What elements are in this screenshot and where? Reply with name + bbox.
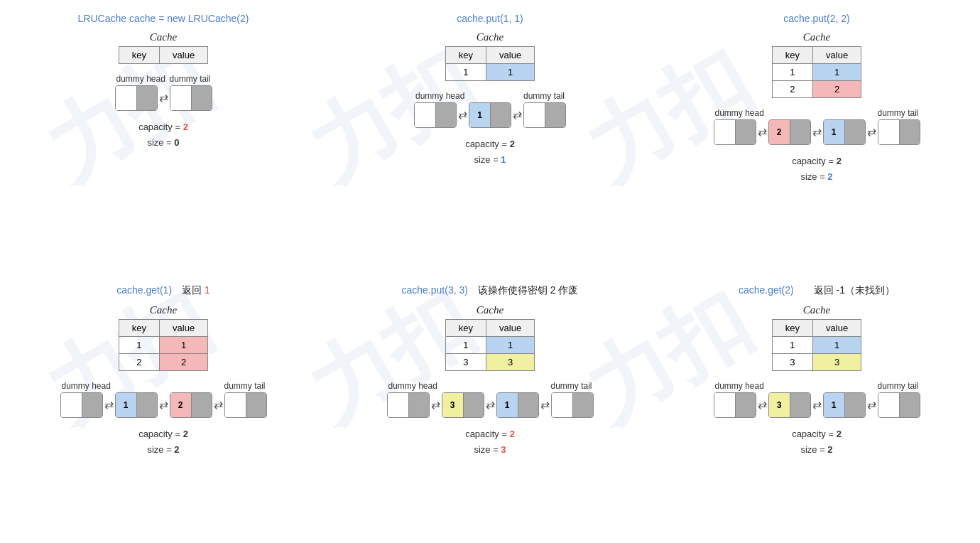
cell-5: cache.put(3, 3) 该操作使得密钥 2 作废Cachekeyvalu…: [327, 272, 653, 543]
stat-value: 2: [510, 429, 515, 439]
table-cell-value: 1: [813, 64, 861, 81]
cell-2: cache.put(1, 1)Cachekeyvalue11dummy head…: [327, 0, 653, 272]
table-header: key: [445, 320, 486, 337]
table-cell-value: 2: [813, 81, 861, 98]
dummy-node: [60, 392, 103, 418]
dummy-tail-label: dummy tail: [224, 381, 265, 391]
dummy-tail-label: dummy tail: [550, 381, 592, 391]
stat-value: 0: [174, 137, 179, 148]
arrow-icon: ⇄: [758, 127, 767, 138]
cache-table-2: keyvalue11: [445, 46, 535, 81]
cache-label-6: Cache: [803, 304, 830, 316]
cache-section-1: Cachekeyvalue: [119, 31, 208, 64]
cell-title-1: LRUCache cache = new LRUCache(2): [78, 13, 249, 24]
stat-value: 2: [183, 122, 188, 132]
cell-title-3: cache.put(2, 2): [783, 13, 849, 24]
list-nodes-6: ⇄3⇄1⇄: [714, 392, 920, 418]
cell-title-5: cache.put(3, 3) 该操作使得密钥 2 作废: [402, 284, 579, 297]
table-header: value: [813, 47, 861, 64]
cache-table-4: keyvalue1122: [119, 319, 208, 371]
cell-4: cache.get(1) 返回 1Cachekeyvalue1122dummy …: [0, 272, 327, 543]
dummy-node: [714, 119, 756, 145]
table-cell-key: 2: [119, 354, 159, 371]
table-cell-value: 1: [486, 64, 535, 81]
stats-2: capacity = 2size = 1: [465, 136, 515, 168]
table-cell-key: 3: [772, 354, 812, 371]
stat-value: 2: [837, 156, 842, 166]
table-header: value: [160, 320, 208, 337]
dummy-node: [878, 392, 920, 418]
cache-section-6: Cachekeyvalue1133: [772, 304, 861, 371]
cell-title-4: cache.get(1) 返回 1: [116, 284, 210, 297]
arrow-icon: ⇄: [458, 109, 467, 121]
dummy-node: [551, 392, 594, 418]
table-header: key: [119, 47, 159, 64]
arrow-icon: ⇄: [214, 399, 223, 411]
list-nodes-2: ⇄1⇄: [414, 102, 566, 128]
cell-1: LRUCache cache = new LRUCache(2)Cachekey…: [0, 0, 327, 272]
list-section-1: dummy headdummy tail⇄: [115, 74, 212, 111]
stat-value: 2: [174, 444, 179, 455]
list-section-3: dummy headdummy tail⇄2⇄1⇄: [714, 108, 920, 145]
table-cell-key: 1: [445, 64, 486, 81]
arrow-icon: ⇄: [486, 399, 495, 411]
table-cell-key: 1: [445, 337, 486, 354]
stat-value: 2: [827, 444, 832, 455]
stats-5: capacity = 2size = 3: [465, 426, 515, 458]
arrow-icon: ⇄: [812, 399, 822, 411]
value-node: 3: [442, 392, 484, 418]
table-header: key: [772, 47, 812, 64]
list-nodes-3: ⇄2⇄1⇄: [714, 119, 920, 145]
list-nodes-4: ⇄1⇄2⇄: [60, 392, 267, 418]
table-header: key: [119, 320, 159, 337]
arrow-icon: ⇄: [867, 127, 876, 138]
stat-value: 3: [501, 444, 506, 455]
dummy-tail-label: dummy tail: [523, 91, 565, 101]
dummy-node: [878, 119, 920, 145]
dummy-node: [523, 102, 566, 128]
dummy-head-label: dummy head: [715, 381, 764, 391]
table-cell-value: 3: [486, 354, 535, 371]
arrow-icon: ⇄: [758, 399, 767, 411]
table-header: key: [445, 47, 486, 64]
cache-section-5: Cachekeyvalue1133: [445, 304, 535, 371]
arrow-icon: ⇄: [812, 127, 822, 138]
table-header: value: [486, 320, 535, 337]
cell-3: cache.put(2, 2)Cachekeyvalue1122dummy he…: [653, 0, 980, 272]
value-node: 1: [823, 392, 866, 418]
table-cell-value: 1: [813, 337, 861, 354]
value-node: 3: [768, 392, 811, 418]
dummy-node: [387, 392, 430, 418]
dummy-node: [115, 85, 158, 111]
main-grid: LRUCache cache = new LRUCache(2)Cachekey…: [0, 0, 980, 543]
dummy-node: [714, 392, 756, 418]
table-cell-value: 2: [160, 354, 208, 371]
arrow-icon: ⇄: [540, 399, 550, 411]
list-section-6: dummy headdummy tail⇄3⇄1⇄: [714, 381, 920, 418]
dummy-node: [224, 392, 267, 418]
arrow-icon: ⇄: [431, 399, 440, 411]
cache-label-5: Cache: [477, 304, 503, 316]
table-cell-value: 3: [813, 354, 861, 371]
value-node: 1: [823, 119, 866, 145]
table-cell-key: 1: [119, 337, 159, 354]
stats-6: capacity = 2size = 2: [792, 426, 842, 458]
table-header: value: [160, 47, 208, 64]
arrow-icon: ⇄: [513, 109, 522, 121]
value-node: 1: [469, 102, 511, 128]
cache-table-5: keyvalue1133: [445, 319, 535, 371]
table-header: key: [772, 320, 812, 337]
table-cell-key: 2: [772, 81, 812, 98]
dummy-head-label: dummy head: [388, 381, 437, 391]
stat-value: 2: [837, 429, 842, 439]
table-cell-key: 3: [445, 354, 486, 371]
dummy-node: [170, 85, 212, 111]
cache-label-3: Cache: [803, 31, 830, 43]
table-header: value: [486, 47, 535, 64]
dummy-head-label: dummy head: [62, 381, 111, 391]
list-section-5: dummy headdummy tail⇄3⇄1⇄: [387, 381, 594, 418]
stat-value: 2: [510, 139, 515, 149]
arrow-icon: ⇄: [159, 92, 168, 104]
dummy-head-label: dummy head: [415, 91, 464, 101]
cell-title-2: cache.put(1, 1): [457, 13, 523, 24]
